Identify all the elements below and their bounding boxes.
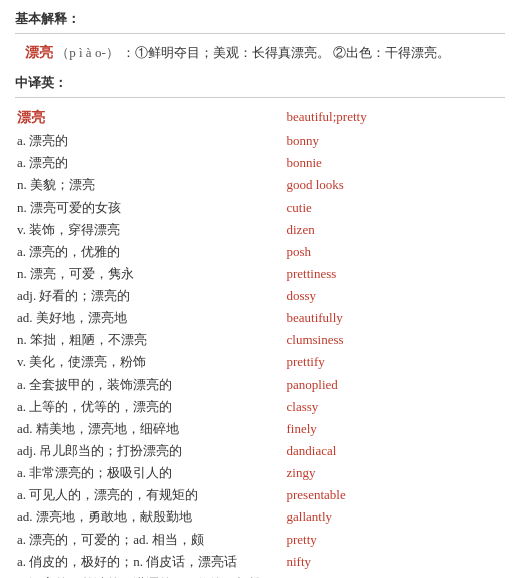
en-cell: dandiacal bbox=[285, 440, 506, 462]
table-row: a. 漂亮的，可爱的；ad. 相当，颇pretty bbox=[15, 529, 505, 551]
cn-cell: a. 漂亮的，可爱的；ad. 相当，颇 bbox=[15, 529, 285, 551]
en-cell: posh bbox=[285, 241, 506, 263]
table-row: a. 全套披甲的，装饰漂亮的panoplied bbox=[15, 374, 505, 396]
table-row: a. 漂亮的bonnie bbox=[15, 152, 505, 174]
cn-cell: a. 可见人的，漂亮的，有规矩的 bbox=[15, 484, 285, 506]
en-cell: trig bbox=[285, 573, 506, 578]
cn-cell: 漂亮 bbox=[15, 106, 285, 130]
en-cell: presentable bbox=[285, 484, 506, 506]
cn-cell: a. 非常漂亮的；极吸引人的 bbox=[15, 462, 285, 484]
cn-cell: a. 漂亮的 bbox=[15, 130, 285, 152]
cn-cell: n. 漂亮，可爱，隽永 bbox=[15, 263, 285, 285]
cn-cell: adj. 吊儿郎当的；打扮漂亮的 bbox=[15, 440, 285, 462]
table-row: n. 笨拙，粗陋，不漂亮clumsiness bbox=[15, 329, 505, 351]
cn-cell: adj. 好看的；漂亮的 bbox=[15, 285, 285, 307]
translate-section: 中译英： 漂亮beautiful;prettya. 漂亮的bonnya. 漂亮的… bbox=[15, 74, 505, 578]
definition-text: ：①鲜明夺目；美观：长得真漂亮。 ②出色：干得漂亮。 bbox=[122, 45, 450, 60]
en-cell: dizen bbox=[285, 219, 506, 241]
table-row: a. 漂亮的bonny bbox=[15, 130, 505, 152]
en-cell: beautifully bbox=[285, 307, 506, 329]
phonetic: （p ì à o-） bbox=[56, 45, 118, 60]
basic-divider bbox=[15, 33, 505, 34]
basic-section: 基本解释： 漂亮 （p ì à o-） ：①鲜明夺目；美观：长得真漂亮。 ②出色… bbox=[15, 10, 505, 64]
en-cell: prettify bbox=[285, 351, 506, 373]
en-cell: beautiful;pretty bbox=[285, 106, 506, 130]
en-cell: pretty bbox=[285, 529, 506, 551]
cn-cell: a. 全套披甲的，装饰漂亮的 bbox=[15, 374, 285, 396]
en-cell: prettiness bbox=[285, 263, 506, 285]
table-row: a. 非常漂亮的；极吸引人的zingy bbox=[15, 462, 505, 484]
table-row: a. 俏皮的，极好的；n. 俏皮话，漂亮话nifty bbox=[15, 551, 505, 573]
cn-cell: n. 漂亮可爱的女孩 bbox=[15, 197, 285, 219]
table-row: v. 装饰，穿得漂亮dizen bbox=[15, 219, 505, 241]
table-row: n. 漂亮，可爱，隽永prettiness bbox=[15, 263, 505, 285]
en-cell: gallantly bbox=[285, 506, 506, 528]
en-cell: classy bbox=[285, 396, 506, 418]
en-cell: finely bbox=[285, 418, 506, 440]
table-row: a. 上等的，优等的，漂亮的classy bbox=[15, 396, 505, 418]
cn-cell: v. 美化，使漂亮，粉饰 bbox=[15, 351, 285, 373]
cn-cell: ad. 漂亮地，勇敢地，献殷勤地 bbox=[15, 506, 285, 528]
main-word: 漂亮 bbox=[25, 45, 53, 60]
cn-cell: a. 上等的，优等的，漂亮的 bbox=[15, 396, 285, 418]
en-cell: dossy bbox=[285, 285, 506, 307]
translate-title: 中译英： bbox=[15, 74, 505, 92]
en-cell: good looks bbox=[285, 174, 506, 196]
table-row: a. 可见人的，漂亮的，有规矩的presentable bbox=[15, 484, 505, 506]
cn-cell: a. 俏皮的，极好的；n. 俏皮话，漂亮话 bbox=[15, 551, 285, 573]
en-cell: panoplied bbox=[285, 374, 506, 396]
translate-table: 漂亮beautiful;prettya. 漂亮的bonnya. 漂亮的bonni… bbox=[15, 106, 505, 578]
en-cell: bonnie bbox=[285, 152, 506, 174]
translate-divider bbox=[15, 97, 505, 98]
cn-cell: ad. 精美地，漂亮地，细碎地 bbox=[15, 418, 285, 440]
en-cell: nifty bbox=[285, 551, 506, 573]
cn-cell: a. 漂亮的，整洁的，潇洒的；v. 修饰，打扮，以 bbox=[15, 573, 285, 578]
table-row: a. 漂亮的，整洁的，潇洒的；v. 修饰，打扮，以trig bbox=[15, 573, 505, 578]
cn-cell: a. 漂亮的，优雅的 bbox=[15, 241, 285, 263]
en-cell: bonny bbox=[285, 130, 506, 152]
basic-title: 基本解释： bbox=[15, 10, 505, 28]
table-row: v. 美化，使漂亮，粉饰prettify bbox=[15, 351, 505, 373]
cn-cell: n. 美貌；漂亮 bbox=[15, 174, 285, 196]
table-row: 漂亮beautiful;pretty bbox=[15, 106, 505, 130]
en-cell: cutie bbox=[285, 197, 506, 219]
cn-cell: v. 装饰，穿得漂亮 bbox=[15, 219, 285, 241]
table-row: n. 美貌；漂亮good looks bbox=[15, 174, 505, 196]
table-row: ad. 美好地，漂亮地beautifully bbox=[15, 307, 505, 329]
cn-cell: n. 笨拙，粗陋，不漂亮 bbox=[15, 329, 285, 351]
table-row: adj. 好看的；漂亮的dossy bbox=[15, 285, 505, 307]
table-row: a. 漂亮的，优雅的posh bbox=[15, 241, 505, 263]
cn-cell: ad. 美好地，漂亮地 bbox=[15, 307, 285, 329]
en-cell: clumsiness bbox=[285, 329, 506, 351]
en-cell: zingy bbox=[285, 462, 506, 484]
table-row: adj. 吊儿郎当的；打扮漂亮的dandiacal bbox=[15, 440, 505, 462]
basic-definition: 漂亮 （p ì à o-） ：①鲜明夺目；美观：长得真漂亮。 ②出色：干得漂亮。 bbox=[15, 42, 505, 64]
table-row: ad. 精美地，漂亮地，细碎地finely bbox=[15, 418, 505, 440]
table-row: n. 漂亮可爱的女孩cutie bbox=[15, 197, 505, 219]
cn-cell: a. 漂亮的 bbox=[15, 152, 285, 174]
table-row: ad. 漂亮地，勇敢地，献殷勤地gallantly bbox=[15, 506, 505, 528]
